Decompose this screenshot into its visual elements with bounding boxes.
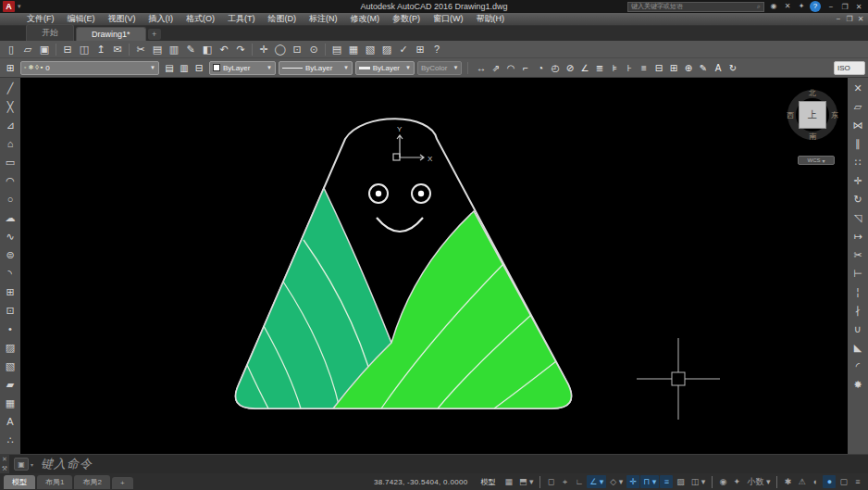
sheet-set-manager-icon[interactable]: ▨ <box>378 42 395 57</box>
zoom-realtime-icon[interactable]: ◯ <box>272 42 289 57</box>
tab-start[interactable]: 开始 <box>26 24 74 41</box>
zoom-previous-icon[interactable]: ⊙ <box>305 42 322 57</box>
copy-icon[interactable]: ▱ <box>849 97 867 116</box>
erase-icon[interactable]: ✕ <box>849 79 867 97</box>
dim-jogged-icon[interactable]: ◴ <box>548 60 563 76</box>
cut-icon[interactable]: ✂ <box>132 42 149 57</box>
ellipse-arc-icon[interactable]: ◝ <box>1 264 19 283</box>
menu-item[interactable]: 修改(M) <box>344 13 387 25</box>
linetype-dropdown[interactable]: ByLayer ▼ <box>279 61 353 75</box>
autocad-logo-icon[interactable]: A <box>3 1 15 12</box>
color-dropdown[interactable]: ByLayer ▼ <box>209 61 276 75</box>
copy-clip-icon[interactable]: ▤ <box>149 42 166 57</box>
command-close-icon[interactable]: ✕ <box>2 456 7 463</box>
paste-icon[interactable]: ▥ <box>166 42 182 57</box>
make-block-icon[interactable]: ⊡ <box>1 301 19 320</box>
lineweight-icon[interactable]: ≡ <box>660 475 673 488</box>
fillet-icon[interactable]: ◜ <box>849 357 867 375</box>
tab-model[interactable]: 模型 <box>4 475 35 489</box>
quickcalc-icon[interactable]: ⊞ <box>412 42 428 57</box>
menu-item[interactable]: 视图(V) <box>102 13 143 25</box>
tab-drawing1[interactable]: Drawing1* <box>76 27 146 41</box>
menu-item[interactable]: 插入(I) <box>143 13 180 25</box>
markup-icon[interactable]: ✓ <box>395 42 412 57</box>
dim-ordinate-icon[interactable]: ⌐ <box>518 60 533 76</box>
model-paper-toggle[interactable]: 模型 <box>476 476 500 488</box>
stretch-icon[interactable]: ↦ <box>849 227 867 245</box>
dim-linear-icon[interactable]: ↔ <box>474 60 489 76</box>
menu-item[interactable]: 帮助(H) <box>470 13 512 25</box>
doc-close-button[interactable]: ✕ <box>855 15 866 23</box>
save-icon[interactable]: ▣ <box>36 42 53 57</box>
mtext-icon[interactable]: A <box>1 412 19 431</box>
insert-block-icon[interactable]: ⊞ <box>1 283 19 301</box>
dim-edit-icon[interactable]: ✎ <box>696 60 711 76</box>
arc-icon[interactable]: ◠ <box>1 171 19 190</box>
annotation-monitor-icon[interactable]: ⚠ <box>795 475 808 488</box>
circle-icon[interactable]: ○ <box>1 190 19 208</box>
layer-dropdown[interactable]: ◦❄◊▪ 0 ▼ <box>20 61 159 75</box>
menu-item[interactable]: 工具(T) <box>221 13 262 25</box>
break-icon[interactable]: ∤ <box>849 301 867 320</box>
region-icon[interactable]: ▰ <box>1 375 19 394</box>
undo-icon[interactable]: ↶ <box>216 42 232 57</box>
point-icon[interactable]: • <box>1 320 19 338</box>
stay-connected-icon[interactable]: ✦ <box>796 1 807 12</box>
dimstyle-dropdown[interactable]: ISO <box>834 61 865 75</box>
autoscale-icon[interactable]: ✦ <box>730 475 743 488</box>
block-editor-icon[interactable]: ◧ <box>199 42 216 57</box>
dim-break-icon[interactable]: ⊟ <box>651 60 666 76</box>
dim-update-icon[interactable]: ↻ <box>725 60 740 76</box>
redo-icon[interactable]: ↷ <box>232 42 249 57</box>
grid-icon[interactable]: ▦ <box>502 475 515 488</box>
infer-constraints-icon[interactable]: ◻ <box>544 475 557 488</box>
pan-icon[interactable]: ✛ <box>255 42 272 57</box>
help-icon[interactable]: ? <box>810 1 821 12</box>
dim-text-edit-icon[interactable]: A <box>711 60 725 76</box>
viewcube-top-face[interactable]: 上 <box>799 101 826 129</box>
rotate-icon[interactable]: ↻ <box>849 190 867 208</box>
etransmit-icon[interactable]: ✉ <box>109 42 126 57</box>
match-properties-icon[interactable]: ✎ <box>182 42 199 57</box>
selection-cycling-icon[interactable]: ◫ ▾ <box>688 475 709 488</box>
dim-aligned-icon[interactable]: ⇗ <box>489 60 503 76</box>
extend-icon[interactable]: ⊢ <box>849 264 867 283</box>
new-icon[interactable]: ▯ <box>3 42 19 57</box>
isodraft-icon[interactable]: ◇ ▾ <box>607 475 626 488</box>
help-icon[interactable]: ? <box>428 42 445 57</box>
plot-icon[interactable]: ⊟ <box>59 42 76 57</box>
transparency-icon[interactable]: ▨ <box>674 475 688 488</box>
rectangle-icon[interactable]: ▭ <box>1 153 19 171</box>
command-line[interactable]: ✕ ⚒ ▣ ▾ 键入命令 <box>0 454 868 473</box>
layer-properties-manager-icon[interactable]: ⊞ <box>3 60 18 76</box>
plot-preview-icon[interactable]: ◫ <box>76 42 93 57</box>
line-icon[interactable]: ╱ <box>1 79 19 97</box>
properties-icon[interactable]: ▤ <box>329 42 345 57</box>
wcs-dropdown[interactable]: WCS ▾ <box>798 156 835 165</box>
doc-restore-button[interactable]: ❐ <box>844 15 855 23</box>
divide-icon[interactable]: ∴ <box>1 431 19 449</box>
exchange-apps-icon[interactable]: ✕ <box>782 1 793 12</box>
viewcube-east-label[interactable]: 东 <box>831 110 838 120</box>
publish-icon[interactable]: ↥ <box>93 42 109 57</box>
new-tab-button[interactable]: + <box>148 29 161 40</box>
recent-commands-arrow-icon[interactable]: ▾ <box>31 461 33 468</box>
layer-isolate-icon[interactable]: ⊟ <box>192 60 206 76</box>
explode-icon[interactable]: ✸ <box>849 375 867 394</box>
viewcube-north-label[interactable]: 北 <box>809 88 816 98</box>
dim-baseline-icon[interactable]: ⊧ <box>607 60 622 76</box>
layer-previous-icon[interactable]: ▥ <box>177 60 192 76</box>
designcenter-icon[interactable]: ▦ <box>345 42 362 57</box>
menu-item[interactable]: 窗口(W) <box>427 13 470 25</box>
new-layout-button[interactable]: + <box>112 477 133 489</box>
search-icon[interactable]: ⌕ <box>757 3 761 10</box>
center-mark-icon[interactable]: ⊕ <box>681 60 696 76</box>
snap-icon[interactable]: ⬒ ▾ <box>516 475 537 488</box>
dim-continue-icon[interactable]: ⊦ <box>622 60 637 76</box>
tolerance-icon[interactable]: ⊞ <box>666 60 681 76</box>
ellipse-icon[interactable]: ⊜ <box>1 245 19 264</box>
graphics-performance-icon[interactable]: ● <box>823 475 836 488</box>
join-icon[interactable]: ∪ <box>849 320 867 338</box>
clean-screen-icon[interactable]: ▢ <box>837 475 850 488</box>
menu-item[interactable]: 标注(N) <box>303 13 344 25</box>
